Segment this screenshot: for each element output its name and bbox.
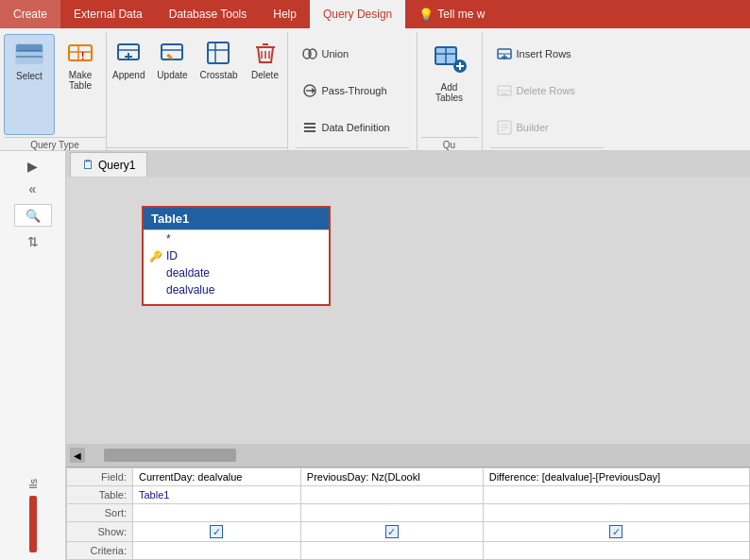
table-field-dealvalue[interactable]: dealvalue (144, 281, 329, 298)
grid-cell-field-3[interactable]: Difference: [dealvalue]-[PreviousDay] (483, 468, 749, 486)
nav-collapse-button[interactable]: ⇅ (24, 230, 43, 253)
grid-cell-sort-2[interactable] (300, 504, 483, 522)
grid-cell-criteria-1[interactable] (133, 542, 301, 560)
add-tables-icon (432, 40, 468, 82)
main-area: ▶ « 🔍 ⇅ lls 🗒 Query1 Table1 * 🔑 ID (0, 151, 750, 560)
select-table-group: Select ! MakeTable Query Type (4, 32, 107, 150)
select-icon (14, 39, 44, 69)
query-type-label: Query Type (4, 137, 106, 150)
data-definition-label: Data Definition (322, 122, 390, 133)
delete-rows-button[interactable]: Delete Rows (490, 79, 604, 102)
tab-create[interactable]: Create (0, 0, 60, 28)
svg-text:!: ! (81, 51, 84, 61)
grid-cell-table-2[interactable] (300, 486, 483, 504)
query-type-label3 (296, 147, 409, 150)
table-field-id[interactable]: 🔑 ID (144, 247, 329, 264)
add-tables-label: AddTables (435, 82, 463, 103)
field-row-header: Field: (67, 468, 133, 486)
scroll-thumb[interactable] (104, 449, 236, 462)
scroll-area: ◀ (66, 444, 750, 467)
crosstab-button[interactable]: Crosstab (194, 34, 243, 145)
key-icon: 🔑 (149, 250, 162, 263)
make-table-icon: ! (65, 38, 95, 68)
grid-row-table: Table: Table1 (67, 486, 750, 504)
update-label: Update (157, 70, 187, 80)
svg-rect-29 (304, 127, 315, 128)
query1-tab[interactable]: 🗒 Query1 (70, 152, 147, 177)
update-button[interactable]: ✎ Update (150, 34, 194, 145)
update-icon: ✎ (157, 38, 187, 68)
sort-row-header: Sort: (67, 504, 133, 522)
union-group: Union Pass-Through (288, 32, 418, 150)
toolbar: Select ! MakeTable Query Type (0, 28, 750, 151)
expand-arrow[interactable]: ▶ (24, 155, 42, 178)
grid-cell-show-1[interactable]: ✓ (133, 522, 301, 542)
table-field-star[interactable]: * (144, 230, 329, 247)
criteria-row-header: Criteria: (67, 542, 133, 560)
svg-rect-15 (208, 42, 229, 63)
add-tables-group: AddTables Qu (418, 32, 483, 150)
grid-row-criteria: Criteria: (67, 542, 750, 560)
table-box: Table1 * 🔑 ID dealdate dealvalue (142, 206, 331, 306)
union-label: Union (322, 48, 349, 59)
insert-rows-icon (496, 45, 513, 62)
table-field-dealdate[interactable]: dealdate (144, 264, 329, 281)
insert-rows-button[interactable]: Insert Rows (490, 42, 604, 65)
left-nav: ▶ « 🔍 ⇅ lls (0, 151, 66, 560)
grid-row-show: Show: ✓ ✓ ✓ (67, 522, 750, 542)
data-definition-icon (301, 119, 318, 136)
collapse-arrows[interactable]: « (26, 178, 41, 200)
delete-rows-icon (496, 82, 513, 99)
union-button[interactable]: Union (296, 42, 409, 65)
grid-cell-field-1[interactable]: CurrentDay: dealvalue (133, 468, 301, 486)
svg-point-24 (309, 49, 316, 59)
tab-database-tools[interactable]: Database Tools (156, 0, 261, 28)
grid-cell-criteria-3[interactable] (483, 542, 749, 560)
tab-external-data[interactable]: External Data (60, 0, 156, 28)
query-tab-icon: 🗒 (82, 158, 94, 172)
svg-rect-28 (304, 123, 315, 125)
design-canvas[interactable]: Table1 * 🔑 ID dealdate dealvalue (66, 178, 750, 444)
results-label: Qu (421, 137, 478, 150)
grid-cell-show-2[interactable]: ✓ (300, 522, 483, 542)
show-checkbox-2[interactable]: ✓ (385, 525, 399, 538)
grid-cell-show-3[interactable]: ✓ (483, 522, 749, 542)
delete-label: Delete (251, 70, 279, 80)
append-button[interactable]: Append (107, 34, 150, 145)
grid-row-sort: Sort: (67, 504, 750, 522)
pass-through-button[interactable]: Pass-Through (296, 79, 409, 102)
crosstab-label: Crosstab (199, 70, 237, 80)
insert-rows-label: Insert Rows (517, 48, 571, 59)
nav-search-button[interactable]: 🔍 (14, 204, 52, 227)
grid-cell-sort-1[interactable] (133, 504, 301, 522)
svg-rect-30 (304, 130, 315, 132)
grid-cell-table-3[interactable] (483, 486, 749, 504)
make-table-label: MakeTable (69, 70, 92, 91)
grid-cell-table-1[interactable]: Table1 (133, 486, 301, 504)
data-definition-button[interactable]: Data Definition (296, 116, 409, 139)
tab-tell-me[interactable]: 💡 Tell me w (405, 0, 498, 28)
table-row-header: Table: (67, 486, 133, 504)
grid-cell-criteria-2[interactable] (300, 542, 483, 560)
tab-help[interactable]: Help (260, 0, 310, 28)
tab-query-design[interactable]: Query Design (310, 0, 405, 28)
add-tables-button[interactable]: AddTables (421, 34, 478, 109)
append-label: Append (112, 70, 145, 80)
builder-button[interactable]: Builder (490, 116, 604, 139)
svg-rect-1 (16, 44, 43, 51)
show-checkbox-1[interactable]: ✓ (210, 525, 223, 538)
select-button[interactable]: Select (4, 34, 55, 135)
builder-label: Builder (517, 122, 549, 133)
union-icon (301, 45, 318, 62)
make-table-button[interactable]: ! MakeTable (55, 34, 106, 135)
delete-button[interactable]: Delete (244, 34, 287, 145)
grid-cell-sort-3[interactable] (483, 504, 749, 522)
svg-rect-4 (69, 45, 92, 60)
grid-cell-field-2[interactable]: PreviousDay: Nz(DLookl (300, 468, 483, 486)
show-checkbox-3[interactable]: ✓ (609, 525, 622, 538)
show-row-header: Show: (67, 522, 133, 542)
append-icon (113, 38, 144, 68)
tab-bar: 🗒 Query1 (66, 151, 750, 178)
scroll-left-button[interactable]: ◀ (70, 448, 85, 463)
ribbon: Create External Data Database Tools Help… (0, 0, 750, 28)
